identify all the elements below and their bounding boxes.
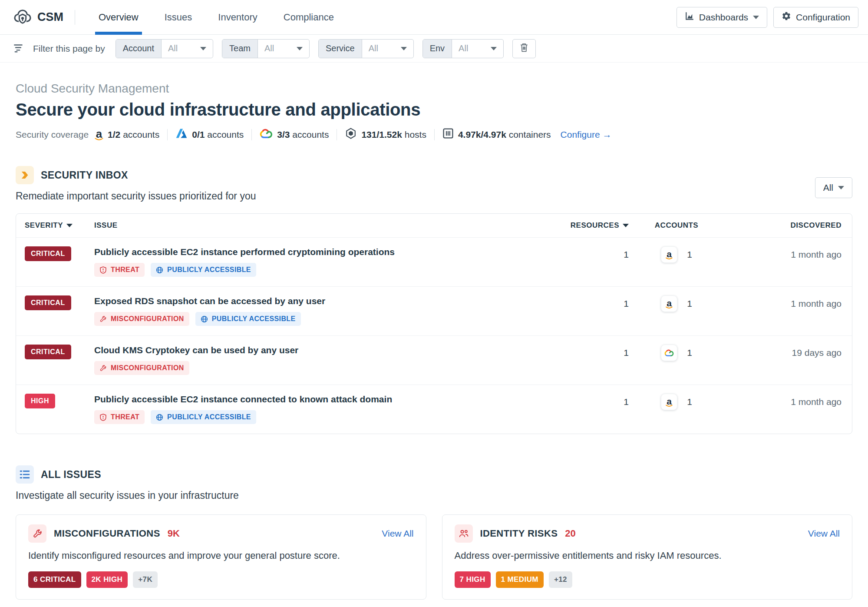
inbox-filter-dropdown[interactable]: All <box>815 177 852 198</box>
filter-icon <box>13 43 24 55</box>
coverage-label: Security coverage <box>16 129 89 140</box>
high-count-badge: 2K HIGH <box>86 571 128 588</box>
tab-compliance[interactable]: Compliance <box>271 0 347 35</box>
security-inbox-title: SECURITY INBOX <box>41 169 128 181</box>
gcp-account-icon <box>661 345 677 361</box>
aws-account-icon: a <box>661 295 677 312</box>
tag-publicly-accessible[interactable]: PUBLICLY ACCESSIBLE <box>151 410 256 424</box>
resources-count: 1 <box>577 394 629 408</box>
divider <box>167 129 168 140</box>
tag-threat[interactable]: THREAT <box>94 263 145 277</box>
chevron-down-icon <box>200 47 206 50</box>
aws-icon: a <box>95 128 103 141</box>
configuration-button[interactable]: Configuration <box>773 7 858 28</box>
filter-service-name: Service <box>319 40 362 58</box>
discovered-date: 1 month ago <box>724 246 842 260</box>
sort-desc-icon <box>66 224 73 227</box>
issue-row[interactable]: HIGH Publicly accessible EC2 instance co… <box>16 385 852 434</box>
chevron-down-icon <box>838 186 844 189</box>
page-eyebrow: Cloud Security Management <box>16 82 852 96</box>
tag-misconfiguration[interactable]: MISCONFIGURATION <box>94 361 189 375</box>
more-count-badge: +7K <box>133 571 158 588</box>
severity-badge: CRITICAL <box>25 295 71 310</box>
issue-title: Publicly accessible EC2 instance perform… <box>94 246 577 258</box>
all-issues-title: ALL ISSUES <box>41 469 101 481</box>
issue-title: Cloud KMS Cryptokey can be used by any u… <box>94 345 577 356</box>
chart-icon <box>685 11 694 23</box>
identity-risks-card: IDENTITY RISKS 20 View All Address over-… <box>442 514 853 600</box>
filter-account[interactable]: Account All <box>116 39 213 58</box>
column-accounts: ACCOUNTS <box>629 221 724 230</box>
inbox-filter-value: All <box>823 182 833 193</box>
accounts-count: 1 <box>687 295 692 312</box>
card-title: MISCONFIGURATIONS <box>54 528 160 539</box>
card-count: 20 <box>565 528 575 539</box>
accounts-count: 1 <box>687 246 692 263</box>
critical-count-badge: 6 CRITICAL <box>28 571 81 588</box>
security-inbox-subtitle: Remediate important security issues prio… <box>16 190 852 202</box>
tag-threat[interactable]: THREAT <box>94 410 145 424</box>
dashboards-button[interactable]: Dashboards <box>677 7 767 28</box>
issue-title: Publicly accessible EC2 instance connect… <box>94 394 577 405</box>
dashboards-label: Dashboards <box>699 12 748 23</box>
divider <box>251 129 252 140</box>
all-issues-subtitle: Investigate all security issues in your … <box>16 490 852 501</box>
clear-filters-button[interactable] <box>512 39 536 58</box>
tab-inventory[interactable]: Inventory <box>205 0 271 35</box>
discovered-date: 1 month ago <box>724 394 842 408</box>
card-title: IDENTITY RISKS <box>480 528 558 539</box>
issue-row[interactable]: CRITICAL Cloud KMS Cryptokey can be used… <box>16 335 852 385</box>
wrench-icon <box>28 524 46 543</box>
tag-publicly-accessible[interactable]: PUBLICLY ACCESSIBLE <box>195 312 301 326</box>
nav-tabs: Overview Issues Inventory Compliance <box>86 0 347 35</box>
filter-team[interactable]: Team All <box>222 39 310 58</box>
card-description: Address over-permissive entitlements and… <box>455 550 840 562</box>
coverage-gcp: 3/3 accounts <box>260 128 329 141</box>
azure-icon <box>175 127 188 142</box>
issue-row[interactable]: CRITICAL Exposed RDS snapshot can be acc… <box>16 286 852 335</box>
filter-service-value: All <box>369 43 378 53</box>
filter-env-value: All <box>459 43 468 53</box>
column-issue: ISSUE <box>94 221 577 230</box>
trash-icon <box>520 43 528 54</box>
filter-team-value: All <box>264 43 274 53</box>
resources-count: 1 <box>577 246 629 260</box>
card-description: Identify misconfigured resources and imp… <box>28 550 414 562</box>
filter-team-name: Team <box>222 40 258 58</box>
configure-link[interactable]: Configure → <box>561 129 612 140</box>
tag-misconfiguration[interactable]: MISCONFIGURATION <box>94 312 189 326</box>
filter-bar: Filter this page by Account All Team All… <box>0 35 868 63</box>
chevron-down-icon <box>753 16 759 19</box>
view-all-link[interactable]: View All <box>808 528 840 539</box>
misconfigurations-card: MISCONFIGURATIONS 9K View All Identify m… <box>16 514 426 600</box>
security-coverage-row: Security coverage a 1/2 accounts 0/1 acc… <box>16 127 852 142</box>
resources-count: 1 <box>577 295 629 309</box>
issue-row[interactable]: CRITICAL Publicly accessible EC2 instanc… <box>16 237 852 286</box>
chevron-down-icon <box>401 47 407 50</box>
top-nav: CSM Overview Issues Inventory Compliance… <box>0 0 868 35</box>
gear-icon <box>782 11 791 23</box>
filter-service[interactable]: Service All <box>318 39 414 58</box>
chevron-down-icon <box>297 47 303 50</box>
filter-bar-label: Filter this page by <box>33 43 105 54</box>
tag-publicly-accessible[interactable]: PUBLICLY ACCESSIBLE <box>151 263 256 277</box>
accounts-count: 1 <box>687 345 692 361</box>
csm-cloud-shield-icon <box>13 7 32 28</box>
column-severity[interactable]: SEVERITY <box>25 221 94 230</box>
configuration-label: Configuration <box>796 12 850 23</box>
severity-badge: CRITICAL <box>25 246 71 261</box>
severity-badge: HIGH <box>25 394 55 408</box>
coverage-containers: 4.97k/4.97k containers <box>442 128 551 141</box>
view-all-link[interactable]: View All <box>382 528 413 539</box>
divider <box>434 129 435 140</box>
issue-cards-grid: MISCONFIGURATIONS 9K View All Identify m… <box>16 514 852 607</box>
gcp-icon <box>260 128 273 141</box>
list-icon <box>16 465 34 484</box>
column-resources[interactable]: RESOURCES <box>577 221 629 230</box>
filter-account-name: Account <box>116 40 162 58</box>
page-title: Secure your cloud infrastructure and app… <box>16 100 852 119</box>
filter-env[interactable]: Env All <box>422 39 504 58</box>
tab-issues[interactable]: Issues <box>152 0 205 35</box>
tab-overview[interactable]: Overview <box>86 0 152 35</box>
app-title: CSM <box>37 10 63 24</box>
